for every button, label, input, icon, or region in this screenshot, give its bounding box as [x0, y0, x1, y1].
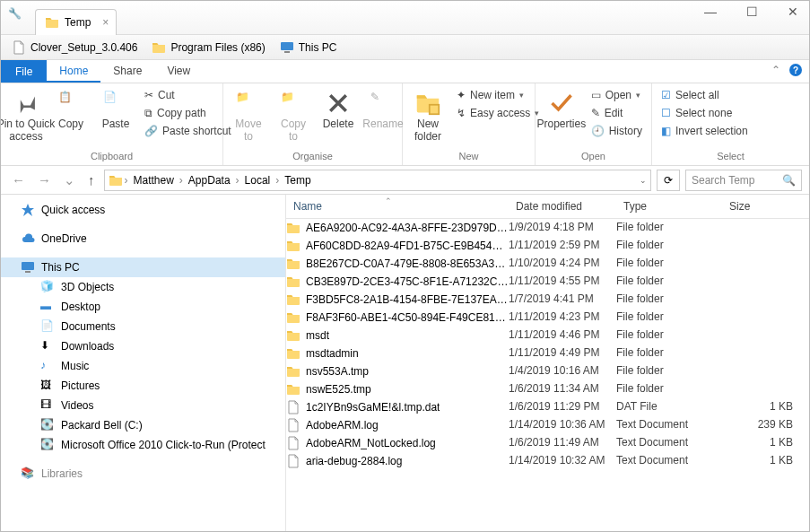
file-type: File folder [616, 364, 722, 379]
pin-to-quick-access-button[interactable]: Pin to Quick access [6, 87, 46, 146]
table-row[interactable]: msdtadmin1/11/2019 4:49 PMFile folder [286, 344, 809, 362]
tab-view[interactable]: View [154, 60, 203, 83]
crumb[interactable]: Matthew [130, 174, 178, 187]
table-row[interactable]: F8AF3F60-ABE1-4C50-894E-F49CE810BA3D1/11… [286, 309, 809, 327]
search-icon: 🔍 [782, 174, 796, 187]
folder-icon [286, 364, 300, 379]
col-name[interactable]: Name⌃ [286, 200, 509, 213]
nav-libraries[interactable]: 📚Libraries [1, 464, 285, 484]
file-date: 1/7/2019 4:41 PM [509, 292, 616, 307]
nav-documents[interactable]: 📄Documents [1, 317, 285, 336]
minimize-button[interactable]: — [698, 4, 723, 19]
file-type: File folder [616, 382, 722, 397]
open-button[interactable]: ▭Open▾ [588, 87, 646, 103]
table-row[interactable]: nswE525.tmp1/6/2019 11:34 AMFile folder [286, 380, 809, 398]
file-type: File folder [616, 346, 722, 361]
table-row[interactable]: AF60C8DD-82A9-4FD1-B75C-E9B4546299...1/1… [286, 237, 809, 255]
invert-selection-button[interactable]: ◧Invert selection [658, 123, 752, 139]
folder-icon [109, 173, 123, 188]
table-row[interactable]: msdt1/11/2019 4:46 PMFile folder [286, 327, 809, 344]
table-row[interactable]: AE6A9200-AC92-4A3A-8FFE-23D979D1C...1/9/… [286, 219, 809, 237]
nav-this-pc[interactable]: This PC [1, 257, 285, 277]
edit-button[interactable]: ✎Edit [588, 105, 646, 121]
bookmark-item[interactable]: Program Files (x86) [152, 40, 265, 55]
crumb[interactable]: AppData [185, 174, 234, 187]
file-size: 1 KB [722, 454, 809, 468]
new-item-button[interactable]: ✦New item▾ [453, 87, 543, 103]
up-button[interactable]: ↑ [84, 172, 99, 188]
move-to-button[interactable]: 📁Move to [229, 87, 268, 146]
search-input[interactable]: Search Temp 🔍 [685, 170, 802, 191]
nav-downloads[interactable]: ⬇Downloads [1, 336, 285, 356]
table-row[interactable]: nsv553A.tmp1/4/2019 10:16 AMFile folder [286, 362, 809, 380]
maximize-button[interactable]: ☐ [739, 4, 764, 19]
refresh-button[interactable]: ⟳ [657, 170, 680, 191]
menu-bar: File Home Share View ⌃ ? [1, 60, 809, 83]
folder-icon [45, 15, 59, 30]
tab-close-icon[interactable]: × [102, 16, 109, 29]
copy-button[interactable]: 📋Copy [51, 87, 91, 134]
drive-icon: 💽 [40, 418, 55, 432]
file-size [722, 382, 809, 397]
file-menu[interactable]: File [1, 60, 47, 83]
nav-office-drive[interactable]: 💽Microsoft Office 2010 Click-to-Run (Pro… [1, 435, 285, 455]
nav-3d-objects[interactable]: 🧊3D Objects [1, 277, 285, 297]
col-size[interactable]: Size [722, 200, 809, 213]
file-type: File folder [616, 221, 722, 235]
new-folder-button[interactable]: New folder [408, 87, 448, 146]
nav-quick-access[interactable]: Quick access [1, 200, 285, 220]
delete-button[interactable]: Delete [318, 87, 358, 134]
cut-button[interactable]: ✂Cut [141, 87, 235, 103]
table-row[interactable]: B8E267CD-C0A7-479E-8808-8E653A34B1...1/1… [286, 255, 809, 273]
bookmark-item[interactable]: This PC [280, 40, 337, 55]
file-date: 1/11/2019 4:46 PM [509, 328, 616, 343]
col-date[interactable]: Date modified [509, 200, 616, 213]
back-button[interactable]: ← [8, 172, 29, 188]
crumb[interactable]: Temp [281, 174, 314, 187]
nav-drive-c[interactable]: 💽Packard Bell (C:) [1, 415, 285, 435]
nav-desktop[interactable]: ▬Desktop [1, 297, 285, 317]
table-row[interactable]: AdobeARM.log1/14/2019 10:36 AMText Docum… [286, 416, 809, 434]
copy-path-button[interactable]: ⧉Copy path [141, 105, 235, 121]
nav-onedrive[interactable]: OneDrive [1, 229, 285, 249]
nav-music[interactable]: ♪Music [1, 356, 285, 376]
nav-videos[interactable]: 🎞Videos [1, 396, 285, 415]
properties-button[interactable]: Properties [541, 87, 582, 134]
table-row[interactable]: 1c2IYBn9sGaME!&l.tmp.dat1/6/2019 11:29 P… [286, 398, 809, 416]
downloads-icon: ⬇ [40, 339, 55, 353]
file-name: AF60C8DD-82A9-4FD1-B75C-E9B4546299... [306, 240, 509, 252]
tab-share[interactable]: Share [100, 60, 154, 83]
paste-shortcut-button[interactable]: 🔗Paste shortcut [141, 123, 235, 139]
tab-home[interactable]: Home [47, 60, 100, 83]
videos-icon: 🎞 [40, 398, 55, 413]
easy-access-button[interactable]: ↯Easy access▾ [453, 105, 543, 121]
copy-to-button[interactable]: 📁Copy to [274, 87, 313, 146]
breadcrumb[interactable]: › Matthew› AppData› Local› Temp ⌄ [104, 170, 652, 191]
table-row[interactable]: aria-debug-2884.log1/14/2019 10:32 AMTex… [286, 452, 809, 470]
col-type[interactable]: Type [616, 200, 722, 213]
table-row[interactable]: F3BD5FC8-2A1B-4154-8FBE-7E137EAD8B...1/7… [286, 291, 809, 309]
file-name: AE6A9200-AC92-4A3A-8FFE-23D979D1C... [306, 222, 509, 234]
crumb[interactable]: Local [241, 174, 274, 187]
history-button[interactable]: 🕘History [588, 123, 646, 139]
table-row[interactable]: CB3E897D-2CE3-475C-8F1E-A71232CBC...1/11… [286, 273, 809, 291]
file-type: File folder [616, 310, 722, 325]
select-all-button[interactable]: ☑Select all [658, 87, 752, 103]
table-row[interactable]: AdobeARM_NotLocked.log1/6/2019 11:49 AMT… [286, 434, 809, 452]
bookmarks-bar: Clover_Setup_3.0.406 Program Files (x86)… [1, 35, 809, 60]
recent-button[interactable]: ⌄ [60, 172, 79, 188]
collapse-ribbon-icon[interactable]: ⌃ [771, 64, 780, 76]
nav-pictures[interactable]: 🖼Pictures [1, 376, 285, 396]
file-name: nsv553A.tmp [306, 365, 369, 378]
file-name: nswE525.tmp [306, 383, 371, 396]
close-button[interactable]: ✕ [780, 4, 806, 19]
browser-tab[interactable]: Temp × [35, 9, 117, 35]
select-none-button[interactable]: ☐Select none [658, 105, 752, 121]
bookmark-item[interactable]: Clover_Setup_3.0.406 [12, 40, 137, 55]
file-date: 1/11/2019 4:23 PM [509, 310, 616, 325]
rename-button[interactable]: ✎Rename [363, 87, 403, 134]
crumb-dropdown[interactable]: ⌄ [640, 176, 647, 185]
help-icon[interactable]: ? [789, 64, 802, 76]
paste-button[interactable]: 📄Paste [96, 87, 135, 134]
forward-button[interactable]: → [34, 172, 55, 188]
